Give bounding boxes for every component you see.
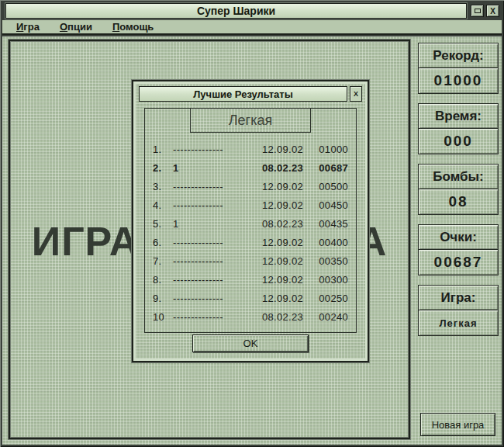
- result-name: --------------: [173, 181, 246, 192]
- result-date: 08.02.23: [246, 311, 303, 323]
- result-date: 12.09.02: [246, 181, 303, 192]
- results-table: 1. -------------- 12.09.02 01000 2. 1 08…: [145, 140, 356, 326]
- window-content: ИГРА ОКОНЧЕНА Рекорд: 01000 Время: 000 Б…: [2, 36, 502, 445]
- result-name: --------------: [173, 144, 246, 155]
- result-rank: 2.: [153, 162, 173, 174]
- result-row: 9. -------------- 12.09.02 00250: [153, 289, 348, 307]
- menu-item-game[interactable]: Игра: [16, 21, 40, 33]
- stat-label: Время:: [418, 103, 499, 129]
- result-date: 12.09.02: [246, 237, 303, 248]
- result-row: 10 -------------- 08.02.23 00240: [153, 307, 348, 326]
- result-date: 12.09.02: [246, 255, 303, 267]
- window-title: Супер Шарики: [197, 5, 275, 17]
- result-name: --------------: [173, 199, 246, 211]
- result-rank: 1.: [153, 144, 173, 155]
- result-score: 00400: [303, 237, 348, 248]
- stat-value: 00687: [418, 249, 499, 275]
- stat-value: 01000: [418, 68, 499, 94]
- result-name: --------------: [173, 311, 246, 323]
- stat-label: Бомбы:: [418, 164, 499, 189]
- stat-group-game-mode: Игра: Легкая: [418, 285, 499, 336]
- minimize-button[interactable]: [471, 5, 484, 17]
- result-row: 7. -------------- 12.09.02 00350: [153, 251, 348, 270]
- result-name: --------------: [173, 255, 246, 267]
- result-row: 5. 1 08.02.23 00435: [153, 214, 348, 233]
- best-results-dialog: Лучшие Результаты X Легкая 1. ----------…: [132, 80, 369, 362]
- stat-group-record: Рекорд: 01000: [418, 43, 499, 94]
- dialog-title[interactable]: Лучшие Результаты: [139, 86, 347, 102]
- result-date: 12.09.02: [246, 274, 303, 286]
- minimize-icon: [475, 9, 481, 13]
- result-date: 12.09.02: [246, 144, 303, 155]
- close-icon: X: [354, 90, 358, 98]
- menu-item-options[interactable]: Опции: [60, 21, 92, 33]
- result-name: --------------: [173, 293, 246, 304]
- difficulty-header: Легкая: [190, 108, 311, 133]
- stat-group-bombs: Бомбы: 08: [418, 164, 499, 215]
- result-row: 1. -------------- 12.09.02 01000: [153, 140, 348, 158]
- close-button[interactable]: X: [486, 5, 499, 17]
- dialog-close-button[interactable]: X: [350, 86, 362, 102]
- stat-label: Игра:: [418, 285, 499, 310]
- stat-group-time: Время: 000: [418, 103, 499, 154]
- result-row: 8. -------------- 12.09.02 00300: [153, 270, 348, 289]
- stat-value: 000: [418, 128, 499, 154]
- stat-label: Рекорд:: [418, 43, 499, 68]
- result-rank: 10: [153, 311, 173, 323]
- menu-bar: Игра Опции Помощь: [2, 20, 502, 35]
- result-rank: 7.: [153, 255, 173, 267]
- new-game-button[interactable]: Новая игра: [420, 413, 495, 436]
- stat-value: 08: [418, 189, 499, 215]
- result-rank: 5.: [153, 218, 173, 230]
- results-panel: Легкая 1. -------------- 12.09.02 01000 …: [144, 108, 357, 333]
- result-date: 12.09.02: [246, 199, 303, 211]
- result-name: --------------: [173, 237, 246, 248]
- result-score: 00435: [303, 218, 348, 230]
- result-score: 00500: [303, 181, 348, 192]
- result-rank: 8.: [153, 274, 173, 286]
- result-row: 6. -------------- 12.09.02 00400: [153, 233, 348, 251]
- result-score: 00250: [303, 293, 348, 304]
- app-window: Супер Шарики X Игра Опции Помощь ИГРА ОК…: [0, 0, 504, 447]
- result-score: 00240: [303, 311, 348, 323]
- result-row: 2. 1 08.02.23 00687: [153, 158, 348, 177]
- ok-button[interactable]: OK: [192, 334, 309, 352]
- result-score: 00350: [303, 255, 348, 267]
- close-icon: X: [490, 7, 495, 16]
- result-date: 08.02.23: [246, 218, 303, 230]
- result-name: 1: [173, 218, 246, 230]
- result-rank: 6.: [153, 237, 173, 248]
- result-date: 12.09.02: [246, 293, 303, 304]
- result-row: 4. -------------- 12.09.02 00450: [153, 196, 348, 214]
- result-score: 00450: [303, 199, 348, 211]
- result-score: 01000: [303, 144, 348, 155]
- stat-value: Легкая: [418, 310, 499, 336]
- result-date: 08.02.23: [246, 162, 303, 174]
- stat-label: Очки:: [418, 224, 499, 250]
- result-rank: 3.: [153, 181, 173, 192]
- dialog-titlebar: Лучшие Результаты X: [139, 86, 362, 102]
- result-row: 3. -------------- 12.09.02 00500: [153, 177, 348, 196]
- result-rank: 9.: [153, 293, 173, 304]
- stat-group-score: Очки: 00687: [418, 224, 499, 275]
- result-name: 1: [173, 162, 246, 174]
- result-rank: 4.: [153, 199, 173, 211]
- window-titlebar[interactable]: Супер Шарики: [5, 3, 467, 19]
- result-score: 00687: [303, 162, 348, 174]
- menu-item-help[interactable]: Помощь: [112, 21, 154, 33]
- result-score: 00300: [303, 274, 348, 286]
- result-name: --------------: [173, 274, 246, 286]
